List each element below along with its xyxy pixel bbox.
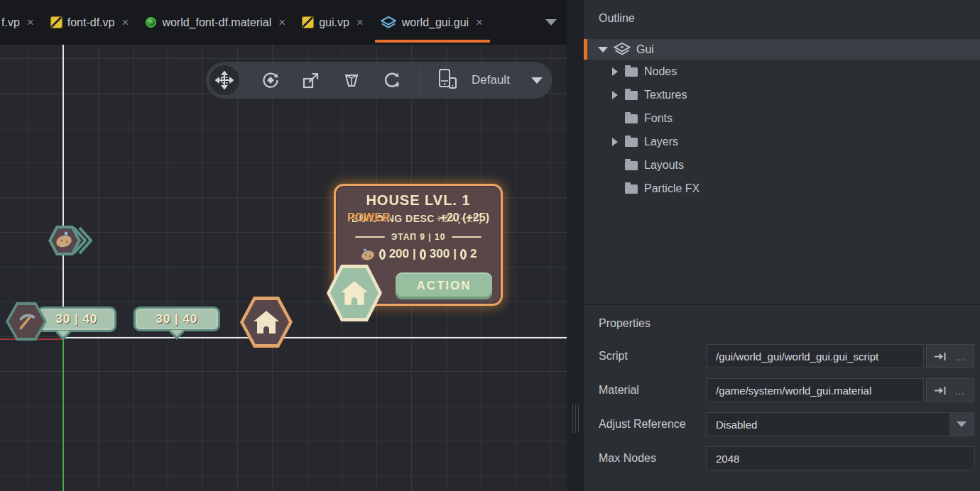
property-row-adjust-reference: Adjust Reference Disabled: [599, 412, 974, 436]
cost-value: 200: [389, 247, 409, 261]
caret-right-icon[interactable]: [612, 138, 618, 146]
outline-node-label: Layers: [644, 136, 678, 148]
caret-right-icon[interactable]: [612, 91, 618, 99]
editor-tab-bar: f.vp × font-df.vp × world_font-df.materi…: [0, 0, 567, 45]
outline-node-nodes[interactable]: Nodes: [584, 60, 980, 83]
right-panel: Outline Gui Nodes Textures Fonts Layers: [584, 0, 980, 491]
outline-node-layers[interactable]: Layers: [584, 130, 980, 153]
reload-tool-button[interactable]: [383, 71, 401, 89]
tooltip-stage-row: ЭТАП 9 | 10: [336, 232, 501, 242]
tab-overflow-chevron-down-icon[interactable]: [545, 19, 557, 26]
tab-font-df-vp[interactable]: font-df.vp ×: [43, 0, 138, 45]
close-icon[interactable]: ×: [476, 16, 483, 30]
script-value: /gui/world_gui/world_gui.gui_script: [716, 351, 878, 363]
adjust-reference-dropdown[interactable]: Disabled: [707, 412, 974, 436]
display-profile-icon: [437, 68, 457, 92]
gui-layers-icon: [614, 43, 631, 56]
resource-chevron-marker[interactable]: [47, 224, 94, 260]
house-marker-hexagon[interactable]: [240, 297, 293, 348]
scene-viewport[interactable]: Default HOUSE LVL. 1 BUILDING DESC POWER…: [0, 45, 567, 491]
tab-f-vp[interactable]: f.vp ×: [0, 0, 43, 45]
tab-label: world_gui.gui: [402, 16, 469, 29]
outline-node-gui[interactable]: Gui: [584, 39, 980, 60]
scale-tool-button[interactable]: [302, 71, 320, 89]
splitter-grip: [572, 404, 573, 433]
folder-icon: [625, 91, 638, 100]
progress-meter-pickaxe[interactable]: 30 | 40: [6, 302, 116, 341]
meter-value: 30 | 40: [55, 312, 97, 326]
house-icon: [252, 309, 281, 335]
frustum-tool-button[interactable]: [342, 71, 361, 89]
close-icon[interactable]: ×: [278, 16, 285, 30]
splitter-grip: [578, 404, 579, 433]
folder-icon: [625, 138, 638, 147]
script-field[interactable]: /gui/world_gui/world_gui.gui_script: [707, 344, 924, 368]
caret-down-icon[interactable]: [598, 47, 608, 53]
cost-separator: |: [453, 247, 457, 261]
close-icon[interactable]: ×: [356, 16, 364, 30]
building-tooltip-card: HOUSE LVL. 1 BUILDING DESC POWER +20 (+2…: [334, 184, 503, 306]
tooltip-title: HOUSE LVL. 1: [336, 192, 501, 209]
folder-icon: [625, 161, 638, 170]
outline-node-particle-fx[interactable]: Particle FX: [584, 177, 980, 200]
meter-bar: 30 | 40: [37, 307, 116, 332]
outline-node-label: Nodes: [644, 65, 677, 78]
action-button[interactable]: ACTION: [396, 272, 492, 299]
tab-gui-vp[interactable]: gui.vp ×: [294, 0, 372, 45]
property-label: Material: [599, 384, 707, 397]
gui-bounds-vertical-line: [62, 45, 64, 338]
move-tool-button[interactable]: [209, 65, 239, 95]
progress-meter[interactable]: 30 | 40: [134, 307, 220, 341]
tab-world-gui-gui[interactable]: world_gui.gui ×: [372, 0, 491, 45]
dropdown-button[interactable]: [949, 413, 974, 436]
property-label: Adjust Reference: [599, 418, 707, 431]
vertex-program-icon: [303, 17, 313, 28]
tooltip-subtitle: BUILDING DESC POWER +20 (+25) +20 (+25): [336, 210, 501, 228]
max-nodes-field[interactable]: 2048: [707, 446, 974, 470]
close-icon[interactable]: ×: [121, 16, 129, 30]
display-profile-value[interactable]: Default: [472, 73, 510, 87]
splitter-grip: [575, 404, 576, 433]
food-icon: [360, 248, 376, 260]
profile-chevron-down-icon[interactable]: [531, 77, 543, 84]
move-icon: [215, 71, 234, 89]
toolbar-divider: [420, 67, 420, 93]
tooltip-value: +20 (+25): [440, 211, 489, 224]
adjust-reference-value: Disabled: [716, 419, 757, 431]
outline-node-label: Particle FX: [644, 182, 699, 195]
outline-panel-title: Outline: [584, 0, 980, 39]
resource-buttons: …: [926, 378, 974, 402]
chevron-down-icon: [957, 421, 967, 427]
material-field[interactable]: /game/system/world_gui.material: [707, 378, 924, 402]
close-icon[interactable]: ×: [27, 16, 34, 30]
resource-oval-icon: [460, 249, 467, 260]
material-icon: [146, 17, 156, 28]
caret-right-icon[interactable]: [612, 67, 618, 76]
pickaxe-icon: [16, 311, 37, 332]
panel-splitter[interactable]: [567, 0, 584, 491]
rotate-tool-button[interactable]: [261, 71, 280, 89]
vertex-program-icon: [51, 17, 62, 28]
meter-value: 30 | 40: [156, 312, 197, 326]
outline-node-label: Fonts: [644, 112, 673, 125]
tab-world-font-df-material[interactable]: world_font-df.material ×: [137, 0, 294, 45]
reload-icon: [383, 71, 401, 89]
scale-icon: [302, 71, 320, 89]
tab-label: f.vp: [1, 16, 20, 29]
viewport-toolbar: Default: [206, 62, 552, 99]
outline-node-layouts[interactable]: Layouts: [584, 153, 980, 177]
house-icon: [339, 280, 369, 307]
resource-oval-icon: [420, 249, 426, 260]
properties-panel: Properties Script /gui/world_gui/world_g…: [584, 304, 980, 491]
open-resource-icon[interactable]: [934, 385, 947, 396]
outline-node-textures[interactable]: Textures: [584, 83, 980, 106]
house-badge-hexagon[interactable]: [327, 265, 382, 321]
outline-node-label: Textures: [644, 89, 687, 101]
open-resource-icon[interactable]: [934, 351, 947, 362]
browse-resource-button[interactable]: …: [954, 385, 967, 397]
browse-resource-button[interactable]: …: [954, 351, 967, 363]
property-label: Script: [599, 350, 707, 363]
outline-node-fonts[interactable]: Fonts: [584, 106, 980, 130]
resource-buttons: …: [926, 344, 974, 368]
stage-divider-line: [452, 236, 481, 238]
